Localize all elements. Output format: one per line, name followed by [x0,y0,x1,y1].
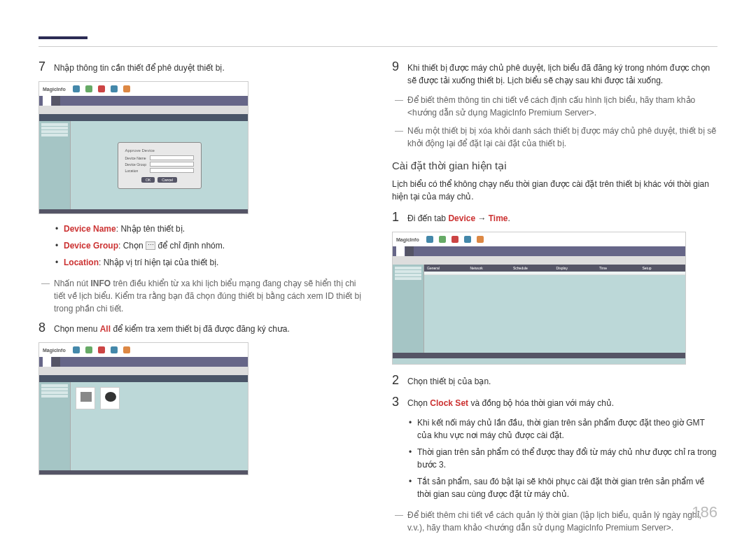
screenshot-device-list: MagicInfo [38,342,248,475]
ss-toolbar-dark [39,114,248,121]
ss-side-item [41,130,68,133]
ss-side-item [41,384,68,387]
bullet-text: Nhập vị trí hiện tại của thiết bị. [104,258,219,267]
ss-app-logo: MagicInfo [43,348,66,353]
note-text: Nhấn nút [54,279,90,288]
ss-header: MagicInfo [39,82,248,96]
header-accent-bar [38,36,88,39]
ss-nav-icon [111,85,118,92]
ss-icon-row [73,85,130,92]
step-9: 9 Khi thiết bị được máy chủ phê duyệt, l… [392,59,718,87]
step-text: Nhập thông tin cần thiết để phê duyệt th… [54,59,364,74]
step-text-part: Chọn [407,398,430,408]
bullet-item: Location: Nhập vị trí hiện tại của thiết… [54,256,364,269]
step-number: 8 [38,321,54,335]
ss-sidebar [393,265,424,353]
ss-side-item [41,391,68,394]
ss-body: General Network Schedule Display Time Se… [393,265,685,353]
ss-nav-icon [85,346,92,353]
bullet-label: Location [64,258,99,267]
step-text: Đi đến tab Device → Time. [407,210,718,225]
bullet-sep: : [99,258,104,267]
bullet-label: Device Name [64,224,116,234]
ss-nav-icon [98,346,105,353]
subsection-heading: Cài đặt thời gian hiện tại [392,160,718,172]
step-8: 8 Chọn menu All để kiểm tra xem thiết bị… [38,321,364,335]
bullet-list: Khi kết nối máy chủ lần đầu, thời gian t… [407,416,718,500]
left-column: 7 Nhập thông tin cần thiết để phê duyệt … [38,35,364,534]
step-text: Khi thiết bị được máy chủ phê duyệt, lịc… [407,59,718,87]
ss-tab [52,357,60,367]
step-text: Chọn thiết bị của bạn. [407,373,718,388]
step-text: Chọn menu All để kiểm tra xem thiết bị đ… [54,321,364,335]
ss-tab [396,246,405,256]
step-text-highlight: Time [489,213,508,223]
ss-main: Approve Device Device Name Device Group … [71,121,248,209]
ss-tabs [39,96,248,106]
step-1: 1 Đi đến tab Device → Time. [392,210,718,225]
ss-device-grid [74,386,244,413]
ss-main: General Network Schedule Display Time Se… [424,265,685,353]
right-column: 9 Khi thiết bị được máy chủ phê duyệt, l… [392,35,718,534]
bullet-item: Device Name: Nhập tên thiết bị. [54,223,364,235]
ss-side-item [41,134,68,136]
ss-dialog-title: Approve Device [125,148,194,153]
step-text-part: . [508,213,510,223]
step-text-part: → [475,213,489,223]
ss-footer [39,209,248,214]
ss-side-item [41,395,68,398]
ss-th: Schedule [512,266,555,270]
ss-icon-row [426,236,484,243]
ss-th: Network [469,266,512,270]
step-number: 2 [392,373,407,388]
ss-nav-icon [477,236,484,243]
bullet-item: Thời gian trên sản phẩm có thể được thay… [407,446,718,471]
step-text-part: Chọn menu [54,324,100,334]
ss-tab [405,246,414,256]
ss-footer [393,353,685,358]
header-divider [38,46,718,47]
ss-field: Device Name [125,155,194,160]
note-info: Nhấn nút INFO trên điều khiển từ xa khi … [38,277,364,315]
ss-side-item [41,388,68,391]
ss-icon-row [73,346,130,353]
ss-nav-icon [464,236,471,243]
ss-toolbar [393,256,685,265]
ss-tabs [393,246,685,256]
ss-dialog-approve: Approve Device Device Name Device Group … [118,142,202,189]
ss-footer [39,470,248,475]
ss-nav-icon [451,236,458,243]
ss-body: Approve Device Device Name Device Group … [39,121,248,209]
ss-field-label: Device Name [125,156,150,160]
ss-side-item [395,277,421,280]
ss-toolbar [39,367,248,375]
ss-nav-icon [426,236,433,243]
step-text-part: và đồng bộ hóa thời gian với máy chủ. [468,398,614,408]
ss-nav-icon [73,85,80,92]
ss-nav-icon [123,346,130,353]
bullet-text: Nhập tên thiết bị. [120,224,185,234]
step-text-highlight: Device [448,213,475,223]
bullet-text: để chỉ định nhóm. [155,241,225,251]
ss-sidebar [39,382,71,470]
ss-tab [43,96,51,106]
ss-field: Location [125,168,194,173]
ss-th: General [426,266,469,270]
ss-field-input [150,168,194,173]
ss-nav-icon [111,346,118,353]
ss-header: MagicInfo [39,343,248,357]
step-text-highlight: Clock Set [430,398,468,408]
ss-nav-icon [85,85,92,92]
ss-nav-icon [439,236,446,243]
ss-tab [52,96,60,106]
ss-table: General Network Schedule Display Time Se… [424,265,685,275]
ss-side-item [395,274,421,276]
ss-field-label: Device Group [125,162,150,167]
step-3: 3 Chọn Clock Set và đồng bộ hóa thời gia… [392,395,718,409]
ss-main [71,382,248,470]
ss-header: MagicInfo [393,232,685,246]
note-bold: INFO [90,279,111,288]
ss-side-item [41,127,68,129]
bullet-item: Tắt sản phẩm, sau đó bật lại sẽ khôi phụ… [407,475,718,500]
bullet-label: Device Group [64,241,118,251]
